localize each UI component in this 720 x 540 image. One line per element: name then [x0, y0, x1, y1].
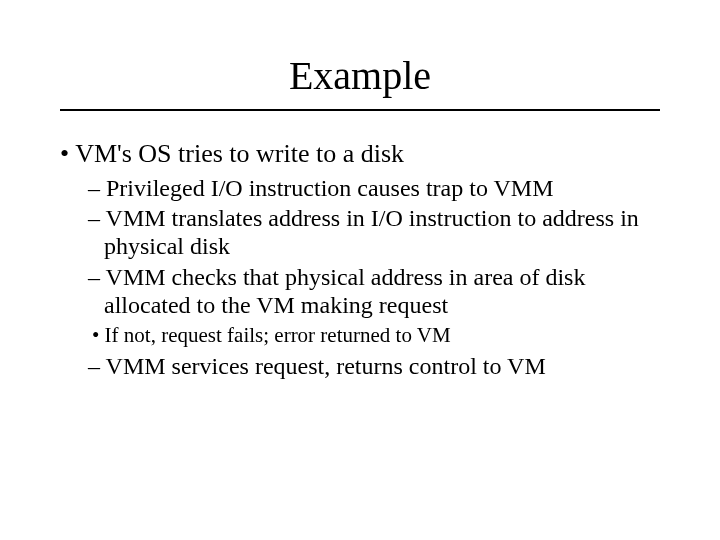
bullet-list-level2: Privileged I/O instruction causes trap t… [88, 174, 660, 320]
slide: Example VM's OS tries to write to a disk… [0, 52, 720, 540]
bullet-sub1: Privileged I/O instruction causes trap t… [88, 174, 660, 202]
slide-body: VM's OS tries to write to a disk Privile… [60, 139, 660, 380]
bullet-list-level1: VM's OS tries to write to a disk [60, 139, 660, 170]
bullet-sub2: VMM translates address in I/O instructio… [88, 204, 660, 261]
bullet-sub4: VMM services request, returns control to… [88, 352, 660, 380]
bullet-sub3: VMM checks that physical address in area… [88, 263, 660, 320]
title-rule [60, 109, 660, 111]
bullet-list-level3: If not, request fails; error returned to… [92, 323, 660, 348]
bullet-list-level2b: VMM services request, returns control to… [88, 352, 660, 380]
bullet-main: VM's OS tries to write to a disk [60, 139, 660, 170]
slide-title: Example [0, 52, 720, 99]
bullet-sub3a: If not, request fails; error returned to… [92, 323, 660, 348]
